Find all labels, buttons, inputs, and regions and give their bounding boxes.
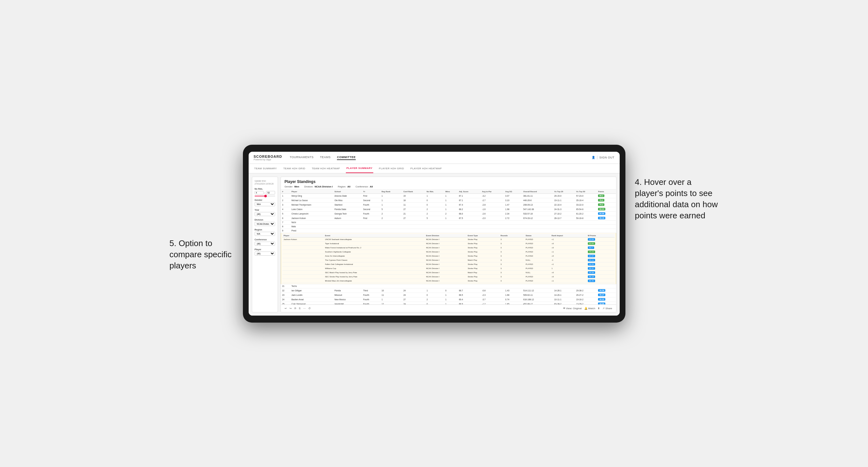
table-row: 24Bastien AmatNew MexicoFourth1272169.4-… (281, 297, 616, 302)
standings-gender-value: Men (294, 185, 299, 188)
standings-gender: Gender: Men (285, 185, 299, 188)
col-top25: Vs Top 25 (553, 190, 575, 194)
annotation-right: 4. Hover over a player's points to see a… (635, 177, 721, 221)
watch-label: Watch (588, 307, 595, 310)
filter-no-rds-min[interactable] (255, 191, 264, 194)
points-cell[interactable]: 88.2 (597, 193, 616, 198)
table-row: 3Michael ThorbjornsenStanfordFourth11101… (281, 203, 616, 207)
view-label: View: Original (566, 307, 582, 310)
bottom-toolbar: ↩ ↪ ⟳ ⎘ ⋯ ⏱ 👁 View: Original (281, 305, 616, 312)
view-original-button[interactable]: 👁 View: Original (563, 307, 582, 310)
table-row: 8Mats (281, 224, 616, 228)
table-row: 4Luke ClatonFlorida StateSecond5272168.2… (281, 207, 616, 211)
tab-player-h2h-grid[interactable]: PLAYER H2H GRID (378, 164, 405, 173)
table-row: 7Nichi (281, 220, 616, 224)
update-time: Update time: 27/01/2024 16:56:26 (255, 180, 275, 185)
filter-conference: Conference (All) (255, 239, 275, 246)
more-button[interactable]: ⋯ (303, 307, 306, 310)
points-cell[interactable]: 40.27 (597, 292, 616, 297)
redo-button[interactable]: ↪ (289, 307, 292, 310)
col-overall: Overall Record (522, 190, 553, 194)
tab-team-h2h-grid[interactable]: TEAM H2H GRID (283, 164, 306, 173)
share-label: Share (605, 307, 612, 310)
filter-player: Player (All) (255, 248, 275, 256)
table-row: 21Techs (281, 284, 616, 288)
filter-year: Year (All) (255, 209, 275, 216)
table-row: 5Christo LamprechtGeorgia TechFourth2212… (281, 211, 616, 216)
col-yr: Yr (362, 190, 380, 194)
table-row: 1Wenyi DingArizona StateFirst1151167.1-3… (281, 193, 616, 198)
points-cell[interactable]: 76.2 (597, 198, 616, 203)
standings-division: Division: NCAA Division I (304, 185, 333, 188)
clock-button[interactable]: ⏱ (308, 307, 311, 310)
nav-tournaments[interactable]: TOURNAMENTS (290, 155, 314, 160)
points-cell[interactable]: 58.18 (597, 216, 616, 220)
table-row: 25Cole SherwoodVanderbiltFourth12240168.… (281, 302, 616, 305)
points-cell[interactable]: 70.2 (597, 203, 616, 207)
filter-year-label: Year (255, 209, 275, 211)
points-cell[interactable]: 68.94 (597, 207, 616, 211)
logo-area: SCOREBOARD Powered by clippi (254, 155, 282, 161)
points-cell[interactable] (597, 220, 616, 224)
standings-gender-label: Gender: (285, 185, 293, 188)
points-cell[interactable]: 39.95 (597, 302, 616, 305)
logo-text: SCOREBOARD (254, 155, 282, 158)
points-cell[interactable] (597, 224, 616, 228)
standings-conference-label: Conference: (355, 185, 369, 188)
watch-button[interactable]: 🔔 Watch (584, 307, 595, 310)
tab-player-summary[interactable]: PLAYER SUMMARY (346, 164, 373, 173)
refresh-button[interactable]: ⟳ (294, 307, 297, 310)
undo-button[interactable]: ↩ (285, 307, 287, 310)
points-cell[interactable] (597, 284, 616, 288)
standings-region-label: Region: (338, 185, 346, 188)
table-row: 23Jack LundinMissouriFourth11240168.5-2.… (281, 292, 616, 297)
standings-region: Region: All (338, 185, 350, 188)
standings-table: # Player School Yr Reg Rank Conf Rank No… (281, 190, 616, 305)
main-content: Update time: 27/01/2024 16:56:26 No Rds.… (249, 174, 620, 316)
filter-conference-select[interactable]: (All) (255, 242, 275, 246)
sign-out-link[interactable]: Sign out (599, 155, 615, 160)
col-to-par: Avg to-Par (481, 190, 504, 194)
filter-division-select[interactable]: NCAA Division I (255, 222, 275, 226)
tab-team-summary[interactable]: TEAM SUMMARY (254, 164, 278, 173)
points-cell[interactable]: 40.02 (597, 297, 616, 302)
nav-committee[interactable]: COMMITTEE (337, 155, 356, 160)
table-row: 22Ian GilliganFloridaThird10241068.7-0.8… (281, 288, 616, 292)
col-conf-rank: Conf Rank (402, 190, 425, 194)
col-points: Points (597, 190, 616, 194)
filter-no-rds-max[interactable] (266, 191, 275, 194)
filter-no-rds: No Rds. - (255, 188, 275, 196)
sub-nav: TEAM SUMMARY TEAM H2H GRID TEAM H2H HEAT… (249, 164, 620, 174)
filter-gender: Gender Men Women (255, 199, 275, 206)
filter-gender-select[interactable]: Men Women (255, 202, 275, 206)
logo-sub: Powered by clippi (254, 158, 282, 161)
filter-no-rds-slider[interactable] (255, 196, 275, 196)
nav-teams[interactable]: TEAMS (320, 155, 331, 160)
watch-icon: 🔔 (584, 307, 588, 310)
nav-links: TOURNAMENTS TEAMS COMMITTEE (290, 155, 592, 160)
points-cell[interactable]: 60.89 (597, 211, 616, 216)
tab-team-h2h-heatmap[interactable]: TEAM H2H HEATMAP (311, 164, 341, 173)
filter-year-select[interactable]: (All) (255, 212, 275, 216)
filter-player-label: Player (255, 248, 275, 251)
points-cell[interactable] (597, 228, 616, 233)
col-avg-sg: Avg SG (504, 190, 522, 194)
filter-division-label: Division (255, 219, 275, 221)
points-cell[interactable]: 40.58 (597, 288, 616, 292)
filter-player-select[interactable]: (All) (255, 251, 275, 256)
standings-division-label: Division: (304, 185, 313, 188)
copy-button[interactable]: ⎘ (299, 307, 301, 310)
table-row: 2Michael La SassoOle MissSecond1180167.1… (281, 198, 616, 203)
tab-player-h2h-heatmap[interactable]: PLAYER H2H HEATMAP (410, 164, 443, 173)
filter-region-select[interactable]: N/A (255, 232, 275, 236)
standings-region-value: All (347, 185, 351, 188)
col-wins: Wins (444, 190, 458, 194)
tablet-frame: SCOREBOARD Powered by clippi TOURNAMENTS… (243, 145, 625, 322)
col-top50: Vs Top 50 (575, 190, 597, 194)
download-button[interactable]: ⬇ (598, 307, 600, 310)
right-panel: Player Standings Gender: Men Division: N… (280, 177, 617, 312)
col-adj-score: Adj. Score (458, 190, 481, 194)
share-button[interactable]: ↗ Share (602, 307, 612, 310)
filter-gender-label: Gender (255, 199, 275, 201)
header-divider (597, 156, 597, 159)
